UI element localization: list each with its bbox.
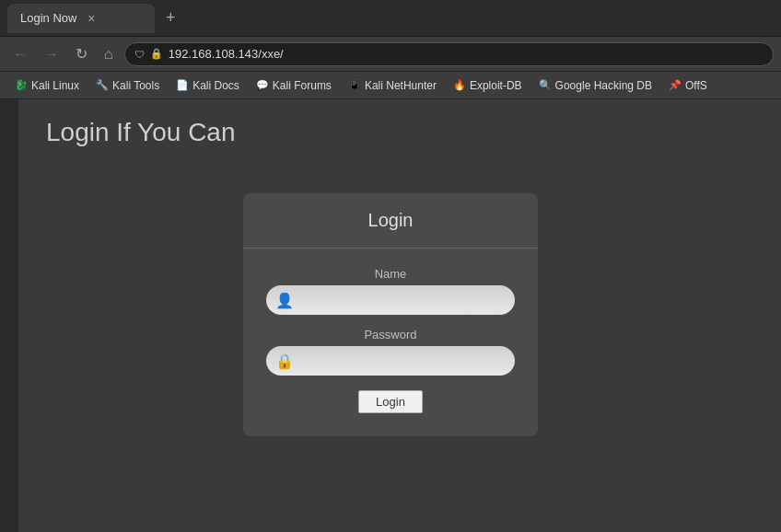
- login-box-header: Login: [243, 193, 538, 249]
- bookmark-google-hacking-db[interactable]: 🔍 Google Hacking DB: [531, 77, 659, 94]
- bookmark-kali-nethunter[interactable]: 📱 Kali NetHunter: [341, 77, 444, 94]
- reload-button[interactable]: ↻: [70, 41, 93, 66]
- name-label: Name: [266, 267, 515, 281]
- address-text: 192.168.108.143/xxe/: [169, 47, 284, 61]
- login-box-title: Login: [368, 210, 414, 230]
- new-tab-button[interactable]: +: [158, 8, 183, 28]
- name-form-group: Name 👤: [266, 267, 515, 315]
- bookmark-exploit-db[interactable]: 🔥 Exploit-DB: [446, 77, 530, 94]
- browser-frame: Login Now × + ← → ↻ ⌂ 🛡 🔒 192.168.108.14…: [0, 0, 781, 532]
- bookmark-kali-forums-label: Kali Forums: [273, 79, 332, 92]
- kali-tools-icon: 🔧: [96, 79, 109, 91]
- browser-tab[interactable]: Login Now ×: [7, 4, 155, 33]
- bookmark-kali-tools[interactable]: 🔧 Kali Tools: [88, 77, 167, 94]
- bookmark-kali-tools-label: Kali Tools: [112, 79, 159, 92]
- address-bar[interactable]: 🛡 🔒 192.168.108.143/xxe/: [124, 42, 774, 66]
- login-container: Login Name 👤 Password 🔒: [0, 193, 781, 436]
- bookmarks-bar: 🐉 Kali Linux 🔧 Kali Tools 📄 Kali Docs 💬 …: [0, 72, 781, 99]
- bookmark-kali-docs[interactable]: 📄 Kali Docs: [169, 77, 247, 94]
- kali-nethunter-icon: 📱: [348, 79, 361, 91]
- user-icon: 👤: [275, 292, 294, 309]
- page-heading: Login If You Can: [46, 118, 753, 147]
- bookmark-kali-forums[interactable]: 💬 Kali Forums: [249, 77, 339, 94]
- bookmark-google-hacking-db-label: Google Hacking DB: [555, 79, 652, 92]
- home-button[interactable]: ⌂: [99, 42, 119, 66]
- title-bar: Login Now × +: [0, 0, 781, 37]
- bookmark-offs-label: OffS: [685, 79, 707, 92]
- name-input-wrapper: 👤: [266, 285, 515, 315]
- bookmark-offs[interactable]: 📌 OffS: [661, 77, 715, 94]
- password-form-group: Password 🔒: [266, 328, 515, 376]
- tab-title: Login Now: [20, 11, 76, 25]
- page-content: Login If You Can Login Name 👤: [0, 99, 781, 532]
- login-box: Login Name 👤 Password 🔒: [243, 193, 538, 436]
- login-box-body: Name 👤 Password 🔒: [243, 249, 538, 436]
- tab-close-icon[interactable]: ×: [84, 11, 99, 26]
- lock-field-icon: 🔒: [275, 353, 294, 370]
- back-button[interactable]: ←: [7, 42, 33, 66]
- page-header: Login If You Can: [0, 99, 781, 166]
- shield-icon: 🛡: [134, 49, 145, 60]
- password-input[interactable]: [299, 354, 506, 368]
- kali-linux-icon: 🐉: [15, 79, 28, 91]
- bookmark-kali-nethunter-label: Kali NetHunter: [365, 79, 437, 92]
- login-button[interactable]: Login: [358, 390, 423, 413]
- password-input-wrapper: 🔒: [266, 346, 515, 376]
- password-label: Password: [266, 328, 515, 341]
- exploit-db-icon: 🔥: [453, 79, 466, 91]
- offs-icon: 📌: [669, 79, 682, 91]
- bookmark-exploit-db-label: Exploit-DB: [470, 79, 522, 92]
- kali-forums-icon: 💬: [256, 79, 269, 91]
- login-btn-wrapper: Login: [266, 390, 515, 413]
- bookmark-kali-linux-label: Kali Linux: [31, 79, 79, 92]
- name-input[interactable]: [299, 294, 506, 307]
- forward-button[interactable]: →: [39, 42, 64, 66]
- sidebar-hint: [0, 99, 18, 532]
- bookmark-kali-docs-label: Kali Docs: [192, 79, 239, 92]
- google-hacking-db-icon: 🔍: [539, 79, 552, 91]
- nav-bar: ← → ↻ ⌂ 🛡 🔒 192.168.108.143/xxe/: [0, 37, 781, 72]
- lock-icon: 🔒: [150, 48, 163, 60]
- bookmark-kali-linux[interactable]: 🐉 Kali Linux: [7, 77, 87, 94]
- kali-docs-icon: 📄: [176, 79, 189, 91]
